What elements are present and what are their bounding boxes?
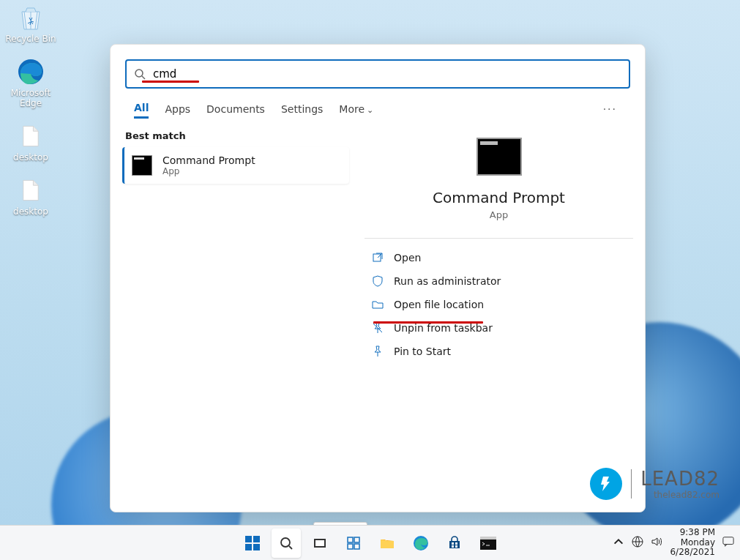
search-input[interactable] (152, 67, 621, 81)
action-pin-to-start[interactable]: Pin to Start (365, 340, 633, 363)
action-run-as-administrator[interactable]: Run as administrator (365, 269, 633, 293)
action-label: Open (394, 252, 421, 264)
svg-rect-22 (452, 545, 454, 548)
svg-rect-3 (373, 254, 381, 261)
divider (365, 238, 633, 239)
tab-documents[interactable]: Documents (206, 100, 265, 118)
search-panel: All Apps Documents Settings More⌄ ··· Be… (110, 44, 646, 512)
tray-overflow-button[interactable] (613, 536, 624, 550)
desktop-icon-label: desktop (13, 152, 48, 163)
recycle-bin-icon (16, 3, 45, 32)
svg-rect-27 (723, 537, 733, 545)
action-unpin-taskbar[interactable]: Unpin from taskbar (365, 316, 633, 340)
svg-line-12 (289, 546, 292, 549)
tab-apps[interactable]: Apps (165, 100, 190, 118)
brand-logo-icon (590, 468, 622, 500)
clock-date: 6/28/2021 (670, 548, 715, 558)
tab-settings[interactable]: Settings (281, 100, 323, 118)
edge-icon (16, 57, 45, 86)
open-icon (372, 252, 384, 264)
taskbar-clock[interactable]: 9:38 PM Monday 6/28/2021 (670, 528, 715, 558)
desktop-icon-label: desktop (13, 206, 48, 217)
annotation-underline (373, 321, 483, 324)
windows-logo-icon (244, 535, 261, 551)
network-button[interactable] (632, 536, 643, 550)
action-open[interactable]: Open (365, 246, 633, 269)
widgets-button[interactable] (339, 529, 368, 558)
store-button[interactable] (440, 529, 469, 558)
svg-rect-18 (354, 544, 359, 549)
action-open-file-location[interactable]: Open file location (365, 293, 633, 316)
svg-rect-20 (452, 542, 454, 545)
search-icon (134, 68, 146, 80)
edge-icon (413, 535, 429, 551)
file-icon (16, 122, 45, 151)
notifications-button[interactable] (722, 536, 734, 550)
action-label: Pin to Start (394, 346, 451, 357)
pin-icon (372, 346, 384, 357)
svg-rect-17 (348, 544, 353, 549)
desktop-icon-file-2[interactable]: desktop (3, 176, 59, 217)
svg-point-1 (135, 70, 143, 77)
system-tray: 9:38 PM Monday 6/28/2021 (613, 528, 734, 558)
chevron-down-icon: ⌄ (367, 105, 373, 115)
desktop-icon-edge[interactable]: Microsoft Edge (3, 57, 59, 108)
shield-icon (372, 275, 384, 287)
clock-day: Monday (670, 538, 715, 548)
action-label: Run as administrator (394, 275, 501, 287)
svg-rect-10 (253, 544, 260, 550)
desktop-icon-file-1[interactable]: desktop (3, 122, 59, 163)
task-view-button[interactable] (305, 529, 335, 558)
action-label: Open file location (394, 299, 484, 310)
widgets-icon (346, 536, 361, 550)
command-prompt-icon (132, 155, 152, 176)
taskbar-search-button[interactable] (272, 529, 301, 558)
svg-rect-7 (245, 536, 252, 542)
svg-rect-21 (455, 542, 457, 545)
chevron-up-icon (613, 536, 624, 548)
tab-more[interactable]: More⌄ (339, 100, 373, 118)
more-options-button[interactable]: ··· (599, 102, 621, 116)
command-prompt-icon (480, 537, 496, 550)
brand-name: LEAD82 (640, 468, 720, 490)
search-result-command-prompt[interactable]: Command Prompt App (122, 147, 349, 184)
details-sub: App (490, 209, 508, 220)
file-explorer-button[interactable] (373, 529, 402, 558)
store-icon (447, 536, 462, 550)
clock-time: 9:38 PM (670, 528, 715, 538)
edge-button[interactable] (406, 529, 436, 558)
search-tabs: All Apps Documents Settings More⌄ ··· (111, 96, 645, 126)
notification-icon (722, 536, 734, 548)
desktop-icon-label: Microsoft Edge (11, 88, 51, 108)
svg-rect-14 (315, 540, 324, 546)
file-icon (16, 176, 45, 205)
desktop-icon-recycle-bin[interactable]: Recycle Bin (3, 3, 59, 44)
svg-rect-16 (354, 537, 359, 542)
tab-all[interactable]: All (134, 99, 149, 119)
action-label: Unpin from taskbar (394, 322, 493, 334)
svg-rect-23 (455, 545, 457, 548)
folder-icon (372, 299, 384, 310)
folder-icon (379, 535, 395, 551)
command-prompt-taskbar-button[interactable] (474, 529, 503, 558)
brand-watermark: LEAD82 thelead82.com (590, 468, 720, 500)
start-button[interactable] (238, 529, 267, 558)
svg-line-2 (142, 76, 145, 79)
details-pane: Command Prompt App Open Run as administr… (364, 126, 633, 500)
unpin-icon (372, 322, 384, 334)
search-icon (279, 536, 294, 550)
command-prompt-icon (476, 138, 522, 176)
task-view-icon (313, 536, 327, 550)
section-best-match: Best match (125, 130, 346, 141)
annotation-underline (142, 81, 199, 83)
search-box[interactable] (125, 59, 630, 89)
svg-rect-9 (245, 544, 252, 550)
result-name: Command Prompt (162, 154, 255, 166)
results-pane: Best match Command Prompt App (122, 126, 349, 500)
svg-rect-25 (480, 537, 496, 540)
svg-point-11 (281, 538, 290, 547)
network-icon (632, 536, 643, 548)
taskbar: 9:38 PM Monday 6/28/2021 (0, 525, 740, 560)
desktop-icon-label: Recycle Bin (5, 34, 56, 44)
volume-button[interactable] (651, 536, 662, 550)
